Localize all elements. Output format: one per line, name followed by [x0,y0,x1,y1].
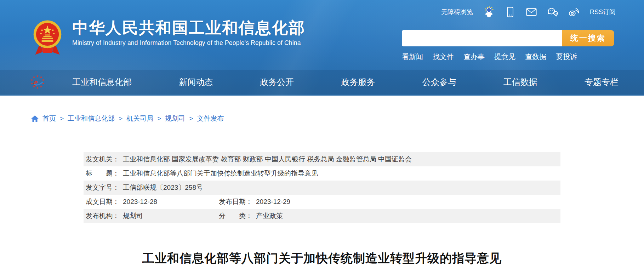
quick-link-news[interactable]: 看新闻 [402,52,423,62]
nav-item-public-participation[interactable]: 公众参与 [422,76,456,88]
meta-value: 工业和信息化部 国家发展改革委 教育部 财政部 中国人民银行 税务总局 金融监管… [123,155,412,164]
national-emblem-icon [30,18,64,59]
main-nav: e 工业和信息化部 新闻动态 政务公开 政务服务 公众参与 工信数据 专题专栏 [0,70,644,95]
meta-label: 成文日期： [86,197,119,206]
breadcrumb-separator: > [60,115,64,122]
meta-value: 产业政策 [256,211,283,221]
quick-link-services[interactable]: 查办事 [463,52,485,62]
rss-link[interactable]: RSS订阅 [590,8,616,16]
miit-e-logo-icon[interactable]: e [30,75,45,89]
weibo-icon[interactable] [569,6,579,18]
nav-items: 工业和信息化部 新闻动态 政务公开 政务服务 公众参与 工信数据 专题专栏 [45,76,644,88]
meta-row-publisher-category: 发布机构： 规划司 分 类： 产业政策 [84,209,560,223]
quick-link-documents[interactable]: 找文件 [433,52,454,62]
mobile-icon[interactable] [505,6,515,18]
site-header: 无障碍浏览 [0,0,644,96]
meta-label: 发文字号： [86,183,119,192]
meta-label: 标 题： [86,169,119,178]
meta-label: 发文机关： [86,155,119,164]
meta-value: 2023-12-29 [256,198,290,206]
mascot-icon[interactable] [484,6,494,18]
quick-links: 看新闻 找文件 查办事 提意见 查数据 要投诉 [402,52,614,62]
quick-link-feedback[interactable]: 提意见 [494,52,515,62]
site-subtitle: Ministry of Industry and Information Tec… [72,39,305,47]
breadcrumb-separator: > [157,115,161,122]
breadcrumb-miit[interactable]: 工业和信息化部 [68,114,115,123]
meta-label: 分 类： [219,211,252,221]
meta-value: 工业和信息化部等八部门关于加快传统制造业转型升级的指导意见 [123,169,318,178]
utility-bar: 无障碍浏览 [441,6,616,18]
meta-value: 工信部联规〔2023〕258号 [123,183,203,192]
meta-row-issuing-agencies: 发文机关： 工业和信息化部 国家发展改革委 教育部 财政部 中国人民银行 税务总… [84,152,560,166]
brand-text: 中华人民共和国工业和信息化部 Ministry of Industry and … [72,18,305,47]
document-meta-table: 发文机关： 工业和信息化部 国家发展改革委 教育部 财政部 中国人民银行 税务总… [84,152,560,223]
nav-item-miit-data[interactable]: 工信数据 [503,76,537,88]
page: 无障碍浏览 [0,0,644,274]
meta-row-dates: 成文日期： 2023-12-28 发布日期： 2023-12-29 [84,195,560,209]
meta-label: 发布日期： [219,197,252,206]
meta-value: 规划司 [123,211,143,221]
mail-icon[interactable] [526,6,537,18]
brand[interactable]: 中华人民共和国工业和信息化部 Ministry of Industry and … [30,18,305,59]
home-icon[interactable] [31,115,39,122]
meta-label: 发布机构： [86,211,119,221]
breadcrumb-separator: > [189,115,193,122]
meta-row-title: 标 题： 工业和信息化部等八部门关于加快传统制造业转型升级的指导意见 [84,166,560,181]
search-input[interactable] [402,30,562,46]
quick-link-data[interactable]: 查数据 [525,52,546,62]
nav-item-gov-disclosure[interactable]: 政务公开 [260,76,294,88]
wechat-icon[interactable] [547,6,558,18]
nav-item-special-topics[interactable]: 专题专栏 [585,76,619,88]
breadcrumb-separator: > [119,115,122,122]
breadcrumb-planning-dept[interactable]: 规划司 [165,114,185,123]
site-title: 中华人民共和国工业和信息化部 [72,18,305,38]
breadcrumb-document-release[interactable]: 文件发布 [197,114,224,123]
breadcrumb-departments[interactable]: 机关司局 [126,114,153,123]
nav-item-gov-services[interactable]: 政务服务 [341,76,375,88]
search-button[interactable]: 统一搜索 [562,30,614,46]
quick-link-complaint[interactable]: 要投诉 [556,52,577,62]
meta-row-document-number: 发文字号： 工信部联规〔2023〕258号 [84,181,560,195]
article-title: 工业和信息化部等八部门关于加快传统制造业转型升级的指导意见 [0,250,644,267]
breadcrumb-home[interactable]: 首页 [42,114,56,123]
breadcrumb: 首页 > 工业和信息化部 > 机关司局 > 规划司 > 文件发布 [31,114,224,123]
nav-item-news[interactable]: 新闻动态 [179,76,213,88]
accessibility-link[interactable]: 无障碍浏览 [441,8,473,16]
nav-item-miit[interactable]: 工业和信息化部 [72,76,132,88]
meta-value: 2023-12-28 [123,198,157,206]
search-area: 统一搜索 看新闻 找文件 查办事 提意见 查数据 要投诉 [402,30,614,62]
svg-text:e: e [33,77,38,88]
